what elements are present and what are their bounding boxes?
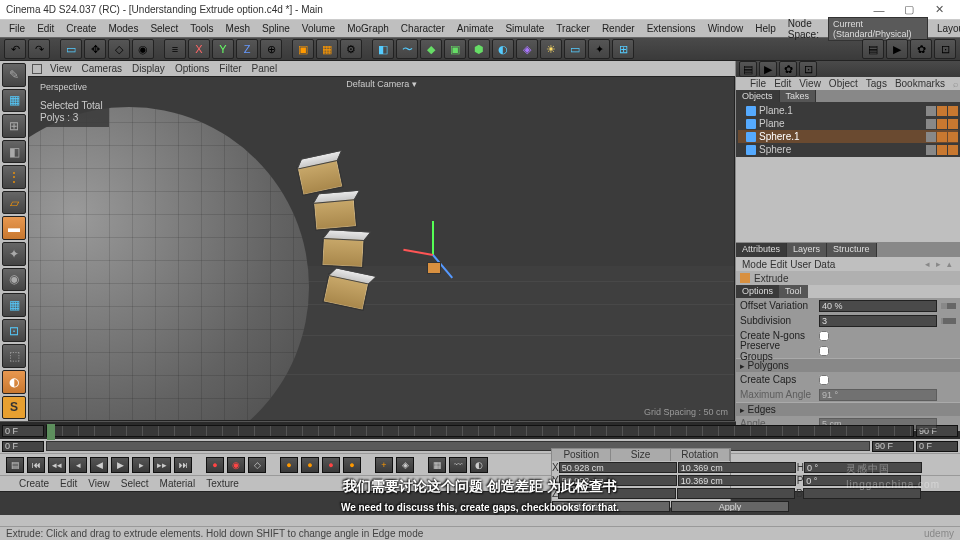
symmetry[interactable]: S <box>2 396 26 420</box>
om-tags[interactable]: Tags <box>863 78 890 89</box>
ngons-checkbox[interactable] <box>819 331 829 341</box>
select-tool[interactable]: ▭ <box>60 39 82 59</box>
redo-button[interactable]: ↷ <box>28 39 50 59</box>
rotate-tool[interactable]: ◉ <box>132 39 154 59</box>
tab-layers[interactable]: Layers <box>787 243 827 257</box>
tab-attributes[interactable]: Attributes <box>736 243 787 257</box>
snap-settings[interactable]: ⊡ <box>2 319 26 343</box>
camera-obj[interactable]: ▭ <box>564 39 586 59</box>
move-gizmo[interactable] <box>404 227 464 287</box>
key-scale[interactable]: ● <box>301 457 319 473</box>
goto-start[interactable]: ⏮ <box>27 457 45 473</box>
history-button[interactable]: ≡ <box>164 39 186 59</box>
key-pos[interactable]: ● <box>280 457 298 473</box>
dope-icon[interactable]: ▦ <box>428 457 446 473</box>
field[interactable]: ◐ <box>492 39 514 59</box>
subdiv-slider[interactable] <box>941 318 956 324</box>
om-view[interactable]: View <box>796 78 824 89</box>
vp-menu-options[interactable]: Options <box>171 63 213 74</box>
next-key[interactable]: ▸▸ <box>153 457 171 473</box>
menu-volume[interactable]: Volume <box>297 22 340 35</box>
size-x[interactable] <box>678 462 796 473</box>
key-pla[interactable]: + <box>375 457 393 473</box>
key-param[interactable]: ● <box>343 457 361 473</box>
undo-button[interactable]: ↶ <box>4 39 26 59</box>
render-view[interactable]: ▣ <box>292 39 314 59</box>
play-icon[interactable]: ▶ <box>886 39 908 59</box>
menu-edit[interactable]: Edit <box>32 22 59 35</box>
move-tool[interactable]: ✥ <box>84 39 106 59</box>
menu-mograph[interactable]: MoGraph <box>342 22 394 35</box>
om-bookmarks[interactable]: Bookmarks <box>892 78 948 89</box>
gear-icon[interactable]: ✿ <box>910 39 932 59</box>
axis-z[interactable]: Z <box>236 39 258 59</box>
render-settings[interactable]: ⚙ <box>340 39 362 59</box>
nav-back-icon[interactable]: ◂ <box>925 259 935 269</box>
object-row[interactable]: Plane <box>738 117 958 130</box>
menu-extensions[interactable]: Extensions <box>642 22 701 35</box>
workplane[interactable]: ⬚ <box>2 344 26 368</box>
menu-tools[interactable]: Tools <box>185 22 218 35</box>
viewport-camera[interactable]: Default Camera ▾ <box>346 79 417 89</box>
tab-tool[interactable]: Tool <box>779 285 808 298</box>
range-slider[interactable] <box>46 441 870 451</box>
record-key[interactable]: ● <box>206 457 224 473</box>
menu-file[interactable]: File <box>4 22 30 35</box>
pos-x[interactable] <box>559 462 677 473</box>
axis-y[interactable]: Y <box>212 39 234 59</box>
nav-fwd-icon[interactable]: ▸ <box>936 259 946 269</box>
make-editable[interactable]: ✎ <box>2 63 26 87</box>
frame-start[interactable] <box>2 425 44 437</box>
subdiv-input[interactable] <box>819 315 937 327</box>
environment[interactable]: ☀ <box>540 39 562 59</box>
object-list[interactable]: Plane.1 Plane Sphere.1 Sphere <box>736 102 960 157</box>
scale-tool[interactable]: ◇ <box>108 39 130 59</box>
caps-checkbox[interactable] <box>819 375 829 385</box>
menu-mesh[interactable]: Mesh <box>221 22 255 35</box>
object-row[interactable]: Plane.1 <box>738 104 958 117</box>
vp-menu-cameras[interactable]: Cameras <box>78 63 127 74</box>
timeline-playhead[interactable] <box>47 424 55 440</box>
menu-tracker[interactable]: Tracker <box>551 22 595 35</box>
menu-render[interactable]: Render <box>597 22 640 35</box>
menu-animate[interactable]: Animate <box>452 22 499 35</box>
play-fwd[interactable]: ▶ <box>111 457 129 473</box>
vp-menu-display[interactable]: Display <box>128 63 169 74</box>
edges-section[interactable]: ▸ Edges <box>736 402 960 416</box>
generator2[interactable]: ▣ <box>444 39 466 59</box>
deformer[interactable]: ◈ <box>516 39 538 59</box>
workplane-mode[interactable]: ◧ <box>2 140 26 164</box>
asset-browser[interactable]: ▤ <box>862 39 884 59</box>
goto-end[interactable]: ⏭ <box>174 457 192 473</box>
soft-select[interactable]: ◐ <box>2 370 26 394</box>
attr-edit[interactable]: Edit <box>770 259 787 270</box>
play-back[interactable]: ◀ <box>90 457 108 473</box>
spline-primitive[interactable]: 〜 <box>396 39 418 59</box>
menu-select[interactable]: Select <box>145 22 183 35</box>
range-start[interactable] <box>2 441 44 452</box>
menu-simulate[interactable]: Simulate <box>500 22 549 35</box>
asset-icon[interactable]: ▤ <box>739 61 757 77</box>
menu-character[interactable]: Character <box>396 22 450 35</box>
attr-mode[interactable]: Mode <box>742 259 767 270</box>
menu-spline[interactable]: Spline <box>257 22 295 35</box>
gear2-icon[interactable]: ✿ <box>779 61 797 77</box>
gizmo-y-axis[interactable] <box>432 221 434 255</box>
tag-btn[interactable]: ⊞ <box>612 39 634 59</box>
search-icon[interactable]: ⌕ <box>950 79 960 89</box>
light-obj[interactable]: ✦ <box>588 39 610 59</box>
key-rot[interactable]: ● <box>322 457 340 473</box>
next-frame[interactable]: ▸ <box>132 457 150 473</box>
cloner[interactable]: ⬢ <box>468 39 490 59</box>
texture-mode[interactable]: ⊞ <box>2 114 26 138</box>
timeline-ruler[interactable] <box>0 421 960 439</box>
menu-create[interactable]: Create <box>61 22 101 35</box>
viewport-solo[interactable]: ◉ <box>2 268 26 292</box>
viewport-3d[interactable]: Perspective Selected TotalPolys : 3 Defa… <box>28 76 735 421</box>
tab-options[interactable]: Options <box>736 285 779 298</box>
om-file[interactable]: File <box>747 78 769 89</box>
key-anim[interactable]: ◈ <box>396 457 414 473</box>
coord-system[interactable]: ⊕ <box>260 39 282 59</box>
polygon-mode[interactable]: ▬ <box>2 216 26 240</box>
om-object[interactable]: Object <box>826 78 861 89</box>
